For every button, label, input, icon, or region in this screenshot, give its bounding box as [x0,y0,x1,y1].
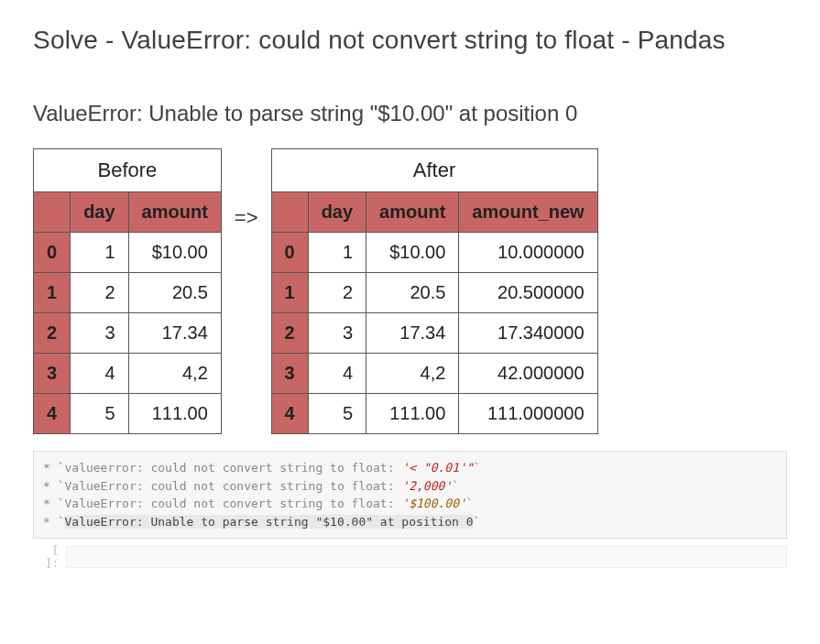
row-index: 4 [271,394,308,434]
tables-row: Before day amount 0 1 $10.00 1 2 20.5 2 … [33,148,787,434]
error-tail: ` [474,515,481,529]
cell: 10.000000 [459,233,597,273]
table-row: 1 2 20.5 [34,273,222,313]
table-row: 2 3 17.34 17.340000 [271,313,597,354]
prompt-label: [ ]: [33,544,59,570]
after-col-amount-new: amount_new [459,192,597,233]
cell: 4 [308,354,366,394]
row-index: 3 [271,354,308,394]
before-label: Before [34,149,222,192]
cell: 111.000000 [459,394,597,434]
cell: 20.5 [128,273,221,313]
before-col-amount: amount [128,192,221,233]
cell: 5 [71,394,128,434]
error-highlight: ValueError: Unable to parse string "$10.… [64,515,473,529]
cell: 4 [71,354,128,394]
error-line: * `valueerror: could not convert string … [43,461,401,475]
table-row: 4 5 111.00 [34,394,222,434]
before-corner [34,192,71,233]
cell: 111.00 [128,394,221,434]
cell: 2 [71,273,128,313]
after-corner [271,192,308,233]
error-value: '2,000' [401,479,452,493]
error-tail: ` [466,497,474,510]
error-tail: ` [452,479,459,493]
row-index: 2 [34,313,71,354]
table-row: 3 4 4,2 [34,354,222,394]
cell: 111.00 [366,394,459,434]
table-row: 0 1 $10.00 [34,233,222,273]
cell: 20.500000 [459,273,597,313]
row-index: 3 [34,354,71,394]
table-row: 3 4 4,2 42.000000 [271,354,597,394]
table-row: 4 5 111.00 111.000000 [271,394,597,434]
error-line: * `ValueError: could not convert string … [43,479,401,493]
cell: $10.00 [366,233,459,273]
cell: 1 [308,233,366,273]
table-row: 1 2 20.5 20.500000 [271,273,597,313]
error-codeblock: * `valueerror: could not convert string … [33,451,787,539]
row-index: 4 [34,394,71,434]
page-subtitle: ValueError: Unable to parse string "$10.… [33,101,787,126]
cell: 17.34 [366,313,459,354]
row-index: 2 [271,313,308,354]
cell: 1 [71,233,128,273]
error-tail: ` [474,461,481,475]
row-index: 0 [34,233,71,273]
cell: $10.00 [128,233,221,273]
after-label: After [271,149,597,192]
after-col-day: day [308,192,366,233]
table-row: 2 3 17.34 [34,313,222,354]
cell: 5 [308,394,366,434]
cell: 2 [308,273,366,313]
row-index: 1 [34,273,71,313]
table-row: 0 1 $10.00 10.000000 [271,233,597,273]
page-title: Solve - ValueError: could not convert st… [33,26,787,55]
after-col-amount: amount [366,192,459,233]
row-index: 0 [271,233,308,273]
cell: 17.34 [128,313,221,354]
cell: 20.5 [366,273,459,313]
cell: 17.340000 [459,313,597,354]
cell: 3 [308,313,366,354]
cell: 4,2 [366,354,459,394]
cell: 3 [71,313,128,354]
error-line: * `ValueError: could not convert string … [43,497,401,510]
after-table: After day amount amount_new 0 1 $10.00 1… [271,148,598,434]
row-index: 1 [271,273,308,313]
code-input[interactable] [66,546,787,568]
before-table: Before day amount 0 1 $10.00 1 2 20.5 2 … [33,148,222,434]
error-value: '$100.00' [401,497,465,510]
cell: 4,2 [128,354,221,394]
notebook-cell: [ ]: [33,544,787,570]
cell: 42.000000 [459,354,597,394]
error-line: * ` [43,515,64,529]
before-col-day: day [71,192,128,233]
error-value: '< "0.01'" [401,461,473,475]
arrow-icon: => [229,206,264,230]
